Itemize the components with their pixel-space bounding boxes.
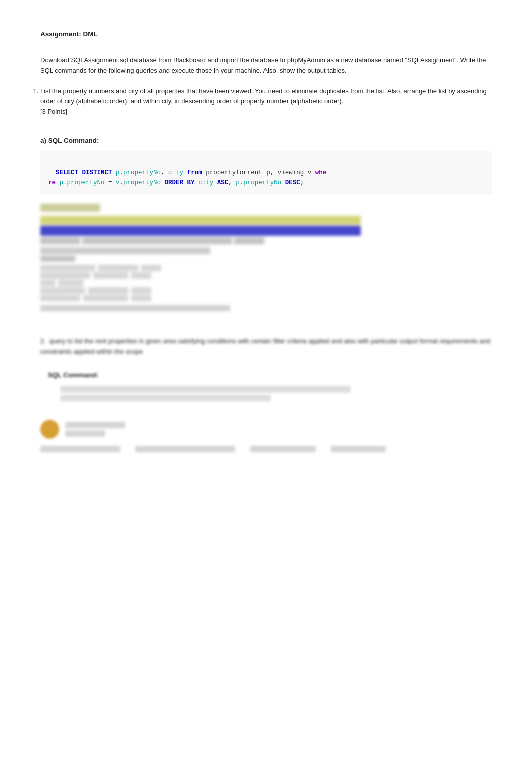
q2-code-block (60, 386, 492, 401)
question-1-text: List the property numbers and city of al… (40, 87, 487, 105)
question-2-text: 2. query to list the rent properties in … (40, 336, 492, 357)
question-1-item: List the property numbers and city of al… (40, 86, 492, 117)
section-b-label: SQL Command: (40, 371, 492, 379)
questions-list: List the property numbers and city of al… (40, 86, 492, 117)
intro-paragraph: Download SQLAssignment.sql database from… (40, 55, 492, 76)
question-1-points: [3 Points] (40, 108, 67, 115)
page-title: Assignment: DML (40, 30, 492, 38)
bottom-section (40, 420, 492, 452)
output-section (40, 204, 492, 311)
section-a-label: a) SQL Command: (40, 137, 492, 144)
sql-code-block: SELECT DISTINCT p.propertyNo, city from … (40, 151, 492, 194)
